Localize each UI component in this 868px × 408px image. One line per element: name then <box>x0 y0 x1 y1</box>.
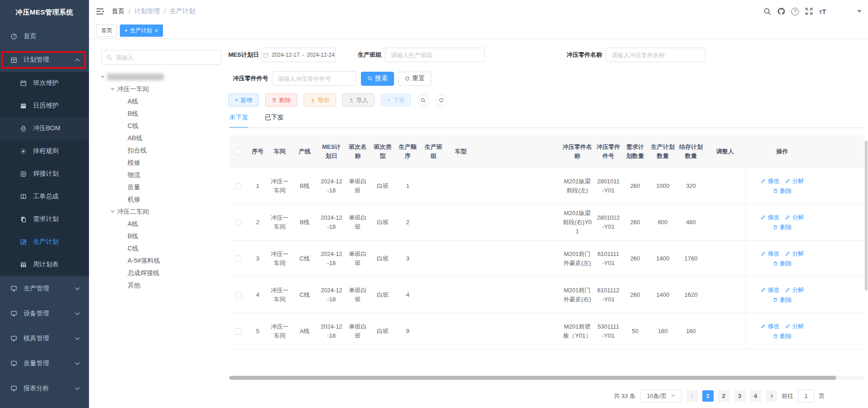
tab-undispatched[interactable]: 未下发 <box>229 113 248 128</box>
row-checkbox[interactable] <box>235 256 242 262</box>
tree-leaf-node[interactable]: 物流 <box>101 169 222 181</box>
row-checkbox[interactable] <box>235 183 242 189</box>
sidebar-item-shift-maintain[interactable]: 班次维护 <box>0 72 89 94</box>
split-link[interactable]: 分解 <box>785 177 804 185</box>
sidebar-item-weekly-plan[interactable]: 周计划表 <box>0 253 89 276</box>
tree-leaf-node[interactable]: A-5#落料线 <box>101 255 222 267</box>
search-icon[interactable] <box>763 7 771 15</box>
caret-expanded-icon[interactable] <box>100 76 105 79</box>
reset-button[interactable]: 重置 <box>398 72 431 86</box>
page-button-3[interactable]: 3 <box>734 390 745 402</box>
tree-leaf-node[interactable]: 机修 <box>101 193 222 206</box>
delete-button[interactable]: 删除 <box>265 93 297 107</box>
select-all-checkbox[interactable] <box>235 148 242 155</box>
tree-leaf-node[interactable]: 其他 <box>101 279 222 291</box>
delete-link[interactable]: 删除 <box>773 296 792 304</box>
horizontal-scrollbar-thumb[interactable] <box>229 376 836 380</box>
sidebar-item-welding-plan[interactable]: 焊接计划 <box>0 162 89 185</box>
delete-link[interactable]: 删除 <box>773 223 792 231</box>
sidebar-item-production-plan[interactable]: 生产计划 <box>0 231 89 253</box>
tree-search-input[interactable] <box>116 54 217 61</box>
fullscreen-icon[interactable] <box>805 7 813 15</box>
tree-leaf-node[interactable]: C线 <box>101 120 222 132</box>
vertical-scrollbar-thumb[interactable] <box>865 141 868 290</box>
goto-page-input[interactable] <box>798 389 814 403</box>
breadcrumb-plan[interactable]: 计划管理 <box>134 7 160 15</box>
tab-dispatched[interactable]: 已下发 <box>265 113 284 128</box>
sidebar-group[interactable]: 报表分析 <box>0 376 89 401</box>
edit-link[interactable]: 修改 <box>760 177 779 185</box>
caret-expanded-icon[interactable] <box>110 88 115 91</box>
dispatch-button[interactable]: + 下发 <box>381 93 411 107</box>
sidebar-item-workorder-assembly[interactable]: 工单总成 <box>0 185 89 208</box>
tree-leaf-node[interactable]: A线 <box>101 95 222 108</box>
tree-leaf-node[interactable]: C线 <box>101 242 222 255</box>
tree-leaf-node[interactable]: B线 <box>101 108 222 120</box>
close-tag-icon[interactable]: × <box>154 28 158 34</box>
delete-link-label: 删除 <box>780 223 792 231</box>
page-size-select[interactable]: 10条/页 <box>640 389 682 403</box>
prev-page-button[interactable] <box>686 390 698 402</box>
tag-home[interactable]: 首页 <box>96 25 117 37</box>
sidebar-group[interactable]: 模具管理 <box>0 326 89 351</box>
table-refresh-button[interactable] <box>435 94 447 106</box>
split-link[interactable]: 分解 <box>785 322 804 330</box>
page-button-1[interactable]: 1 <box>702 390 714 402</box>
tree-leaf-node[interactable]: B线 <box>101 230 222 242</box>
sidebar-group[interactable]: 设备管理 <box>0 301 89 326</box>
import-button[interactable]: 导入 <box>342 93 375 107</box>
sidebar-item-calendar-maintain[interactable]: 日历维护 <box>0 94 89 117</box>
font-size-icon[interactable]: TT <box>819 8 826 15</box>
tree-node-label: B线 <box>128 110 138 118</box>
team-input[interactable] <box>385 48 485 62</box>
tree-leaf-node[interactable]: AB线 <box>101 132 222 144</box>
tree-leaf-node[interactable]: 质量 <box>101 181 222 193</box>
tree-root-node[interactable] <box>101 71 222 83</box>
sidebar-item-stamping-bom[interactable]: 冲压BOM <box>0 117 89 140</box>
tree-node-workshop2[interactable]: 冲压二车间 <box>101 206 222 218</box>
sidebar-item-demand-plan[interactable]: 需求计划 <box>0 208 89 231</box>
delete-link[interactable]: 删除 <box>773 332 792 340</box>
row-checkbox[interactable] <box>235 219 242 226</box>
collapse-menu-icon[interactable] <box>95 7 104 16</box>
tree-leaf-node[interactable]: 模修 <box>101 157 222 169</box>
add-button[interactable]: + 新增 <box>228 93 259 107</box>
sidebar-item-plan-group[interactable]: 计划管理 <box>0 48 89 72</box>
mes-date-range-input[interactable]: 2024-12-17 - 2024-12-24 <box>261 48 336 62</box>
export-button[interactable]: 导出 <box>304 93 336 107</box>
github-icon[interactable] <box>777 7 785 15</box>
tree-leaf-node[interactable]: A线 <box>101 218 222 230</box>
next-page-button[interactable] <box>766 390 777 402</box>
page-button-2[interactable]: 2 <box>718 390 730 402</box>
part-no-input[interactable] <box>272 71 356 86</box>
edit-link[interactable]: 修改 <box>760 322 779 330</box>
tree-leaf-node[interactable]: 扣合线 <box>101 144 222 157</box>
sidebar-group[interactable]: 生产管理 <box>0 276 89 301</box>
table-search-toggle-button[interactable] <box>417 94 429 106</box>
sidebar-item-home[interactable]: 首页 <box>0 25 89 48</box>
caret-expanded-icon[interactable] <box>110 211 115 213</box>
edit-link[interactable]: 修改 <box>760 286 779 294</box>
edit-link[interactable]: 修改 <box>760 213 779 221</box>
row-checkbox[interactable] <box>235 292 242 298</box>
sidebar-group[interactable]: 质量管理 <box>0 351 89 376</box>
tag-production-plan[interactable]: ● 生产计划 × <box>120 25 163 37</box>
edit-link[interactable]: 修改 <box>760 250 779 258</box>
search-button[interactable]: 搜索 <box>361 72 394 86</box>
delete-link[interactable]: 删除 <box>773 187 792 195</box>
sidebar-item-schedule-rules[interactable]: 排程规则 <box>0 140 89 162</box>
breadcrumb-home[interactable]: 首页 <box>112 7 124 15</box>
split-link[interactable]: 分解 <box>785 250 804 258</box>
split-link[interactable]: 分解 <box>785 286 804 294</box>
tree-node-workshop1[interactable]: 冲压一车间 <box>101 83 222 95</box>
split-link[interactable]: 分解 <box>785 213 804 221</box>
row-checkbox[interactable] <box>235 328 242 334</box>
tree-leaf-node[interactable]: 总成焊接线 <box>101 267 222 279</box>
page-button-4[interactable]: 4 <box>750 390 761 402</box>
avatar[interactable] <box>832 2 851 21</box>
delete-link[interactable]: 删除 <box>773 260 792 268</box>
avatar-caret-icon[interactable] <box>857 10 862 13</box>
help-icon[interactable]: ? <box>791 8 799 15</box>
part-name-input[interactable] <box>606 48 705 62</box>
partial-row <box>229 349 865 355</box>
